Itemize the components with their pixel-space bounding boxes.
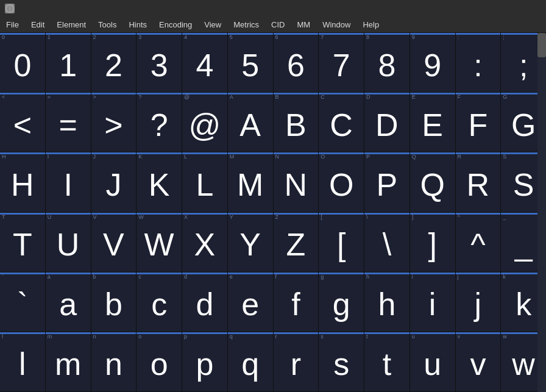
glyph-cell[interactable]: cc	[136, 273, 182, 332]
glyph-cell[interactable]: vv	[456, 332, 502, 391]
scrollbar[interactable]	[537, 33, 546, 392]
glyph-cell[interactable]: TT	[0, 213, 46, 272]
glyph-cell[interactable]: 99	[410, 33, 456, 92]
glyph-cell[interactable]: MM	[228, 152, 274, 212]
glyph-cell[interactable]: dd	[182, 273, 228, 332]
glyph-cell[interactable]: ss	[319, 332, 364, 391]
glyph-label: `	[2, 274, 4, 280]
glyph-cell[interactable]: ZZ	[274, 213, 319, 272]
glyph-label: k	[503, 274, 506, 280]
glyph-cell[interactable]: pp	[182, 332, 228, 391]
glyph-cell[interactable]: YY	[228, 213, 274, 272]
glyph-character: _	[515, 229, 533, 260]
glyph-cell[interactable]: KK	[136, 152, 182, 212]
glyph-label: ]	[412, 215, 414, 220]
glyph-cell[interactable]: [[	[319, 213, 364, 272]
glyph-cell[interactable]: 55	[228, 33, 274, 92]
glyph-cell[interactable]: 22	[91, 33, 137, 92]
glyph-cell[interactable]: mm	[46, 332, 91, 391]
glyph-cell[interactable]: AA	[228, 93, 274, 152]
glyph-cell[interactable]: LL	[182, 152, 228, 212]
glyph-cell[interactable]: 77	[319, 33, 364, 92]
glyph-cell[interactable]: ll	[0, 332, 46, 391]
glyph-cell[interactable]: ::	[456, 33, 502, 92]
glyph-character: r	[291, 348, 301, 380]
glyph-label: R	[458, 154, 462, 160]
maximize-button[interactable]	[485, 0, 513, 17]
glyph-cell[interactable]: \\	[364, 213, 410, 272]
glyph-cell[interactable]: uu	[410, 332, 456, 391]
minimize-button[interactable]	[457, 0, 485, 17]
glyph-cell[interactable]: rr	[274, 332, 319, 391]
glyph-cell[interactable]: ``	[0, 273, 46, 332]
menu-item-file[interactable]: File	[0, 17, 25, 32]
glyph-cell[interactable]: 44	[182, 33, 228, 92]
menu-item-view[interactable]: View	[198, 17, 227, 32]
glyph-cell[interactable]: VV	[91, 213, 137, 272]
glyph-cell[interactable]: ee	[228, 273, 274, 332]
glyph-cell[interactable]: tt	[364, 332, 410, 391]
glyph-cell[interactable]: <<	[0, 93, 46, 152]
glyph-label: @	[184, 94, 190, 100]
glyph-cell[interactable]: FF	[456, 93, 502, 152]
glyph-cell[interactable]: PP	[364, 152, 410, 212]
glyph-cell[interactable]: ii	[410, 273, 456, 332]
glyph-label: =	[48, 94, 51, 100]
glyph-cell[interactable]: EE	[410, 93, 456, 152]
menu-item-window[interactable]: Window	[316, 17, 356, 32]
glyph-cell[interactable]: ]]	[410, 213, 456, 272]
close-button[interactable]	[513, 0, 541, 17]
glyph-cell[interactable]: OO	[319, 152, 364, 212]
glyph-label: :	[458, 35, 459, 40]
glyph-cell[interactable]: 11	[46, 33, 91, 92]
glyph-cell[interactable]: ff	[274, 273, 319, 332]
menu-item-mm[interactable]: MM	[291, 17, 317, 32]
scrollbar-thumb[interactable]	[537, 33, 546, 57]
glyph-cell[interactable]: BB	[274, 93, 319, 152]
menu-item-cid[interactable]: CID	[265, 17, 291, 32]
glyph-cell[interactable]: 88	[364, 33, 410, 92]
glyph-character: c	[151, 288, 167, 320]
glyph-cell[interactable]: XX	[182, 213, 228, 272]
glyph-cell[interactable]: oo	[136, 332, 182, 391]
glyph-cell[interactable]: qq	[228, 332, 274, 391]
glyph-cell[interactable]: ^^	[456, 213, 502, 272]
glyph-cell[interactable]: gg	[319, 273, 364, 332]
glyph-label: I	[48, 154, 49, 160]
glyph-cell[interactable]: NN	[274, 152, 319, 212]
glyph-cell[interactable]: RR	[456, 152, 502, 212]
glyph-cell[interactable]: bb	[91, 273, 137, 332]
glyph-cell[interactable]: DD	[364, 93, 410, 152]
menu-item-element[interactable]: Element	[51, 17, 92, 32]
menu-item-help[interactable]: Help	[356, 17, 385, 32]
menu-item-encoding[interactable]: Encoding	[153, 17, 198, 32]
glyph-character: R	[467, 169, 490, 201]
glyph-cell[interactable]: ??	[136, 93, 182, 152]
menu-item-tools[interactable]: Tools	[92, 17, 122, 32]
glyph-cell[interactable]: HH	[0, 152, 46, 212]
glyph-cell[interactable]: UU	[46, 213, 91, 272]
glyph-cell[interactable]: CC	[319, 93, 364, 152]
glyph-cell[interactable]: JJ	[91, 152, 137, 212]
glyph-cell[interactable]: II	[46, 152, 91, 212]
glyph-cell[interactable]: hh	[364, 273, 410, 332]
glyph-cell[interactable]: aa	[46, 273, 91, 332]
menu-item-metrics[interactable]: Metrics	[227, 17, 265, 32]
glyph-cell[interactable]: jj	[456, 273, 502, 332]
glyph-cell[interactable]: ==	[46, 93, 91, 152]
glyph-cell[interactable]: 33	[136, 33, 182, 92]
glyph-cell[interactable]: @@	[182, 93, 228, 152]
app-icon: f	[5, 4, 15, 13]
menu-item-edit[interactable]: Edit	[25, 17, 51, 32]
glyph-character: E	[422, 109, 443, 141]
glyph-character: A	[239, 109, 261, 141]
menu-item-hints[interactable]: Hints	[122, 17, 153, 32]
glyph-cell[interactable]: QQ	[410, 152, 456, 212]
glyph-cell[interactable]: 00	[0, 33, 46, 92]
glyph-cell[interactable]: nn	[91, 332, 137, 391]
glyph-label: H	[2, 154, 6, 160]
glyph-cell[interactable]: >>	[91, 93, 137, 152]
glyph-cell[interactable]: WW	[136, 213, 182, 272]
glyph-label: <	[2, 94, 5, 100]
glyph-cell[interactable]: 66	[274, 33, 319, 92]
